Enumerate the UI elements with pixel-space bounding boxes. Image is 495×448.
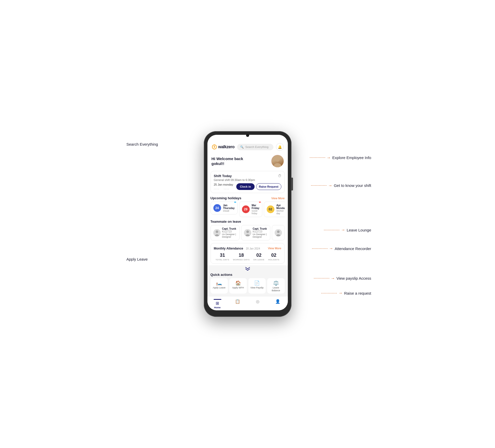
shift-card: Shift Today ⏱ General shift 09:30am to 6…	[211, 171, 285, 193]
holiday-dot-2	[259, 202, 261, 203]
holiday-info-3: Apr Monday Worker day	[276, 204, 285, 215]
right-annotations: → Explore Employee Info → Get to know yo…	[304, 131, 371, 317]
home-icon: ⊞	[216, 301, 219, 306]
bell-icon: 🔔	[278, 145, 282, 149]
teammate-name-1: Capt. Trunk KI12723	[222, 227, 237, 233]
holiday-name-1: Diwali	[223, 210, 235, 212]
arrow-line-2	[311, 185, 326, 186]
phone-device: walkzero 🔍 Search Everything 🔔 Hi Welcom…	[204, 131, 291, 317]
holidays-title: Upcoming holidays	[211, 196, 241, 200]
teammates-row: Capt. Trunk KI12723 Ux Designer | Design…	[211, 225, 285, 240]
shift-schedule: General shift 09:30am to 6:30pm	[214, 178, 281, 181]
holidays-view-more[interactable]: View More	[271, 197, 285, 200]
svg-point-12	[277, 230, 280, 233]
shift-date: 25 Jan monday	[214, 183, 233, 186]
logo: walkzero	[212, 144, 235, 150]
holiday-badge-2: 29	[242, 205, 250, 213]
teammate-avatar-svg-3	[275, 229, 282, 236]
teammate-card-2: Capt. Trunk KI12723 Ux Designer | Design…	[241, 225, 270, 240]
holiday-badge-3: 02	[267, 205, 274, 213]
shift-date-info: 25 Jan monday ---- ----	[214, 183, 233, 190]
stat-on-leave-num: 02	[253, 253, 264, 258]
attendance-stats: 31 TOTAL DAYS 18 WORKED DAYS 02 ON LEAVE	[214, 253, 281, 261]
holiday-item-3: 02 Apr Monday Worker day	[264, 202, 285, 217]
holiday-card-1: 24 Jan Thursday Diwali	[211, 202, 238, 214]
holiday-card-3: 02 Apr Monday Worker day	[264, 202, 285, 217]
quick-action-view-payslip[interactable]: 📄 View Payslip	[248, 278, 266, 294]
annotation-apply-leave: Apply Leave	[127, 257, 148, 261]
annotation-employee-info-text: Explore Employee Info	[332, 155, 371, 160]
teammate-info-2: Capt. Trunk KI12723 Ux Designer | Design…	[253, 227, 267, 238]
annotation-attendance-text: Attendance Recorder	[335, 246, 371, 251]
dash-1: ----	[214, 187, 220, 190]
apply-wfh-icon: 🏠	[235, 281, 241, 285]
phone-side-button	[291, 178, 293, 190]
nav-analytics[interactable]: ◎	[248, 299, 268, 309]
teammates-header: Teammate on leave	[211, 220, 285, 223]
attendance-view-more[interactable]: View More	[268, 247, 281, 250]
leave-balance-label: Leave Balance	[269, 286, 283, 292]
nav-profile[interactable]: 👤	[268, 299, 288, 309]
teammate-name-2: Capt. Trunk KI12723	[253, 227, 267, 233]
view-payslip-icon: 📄	[254, 281, 260, 285]
arrow-line-3	[324, 230, 339, 230]
avatar-svg	[271, 155, 284, 167]
avatar[interactable]	[271, 155, 284, 167]
arrow-line-1	[310, 157, 325, 158]
arrow-2: →	[328, 183, 332, 188]
holiday-name-2: Good friday	[252, 210, 259, 215]
annotation-search-text: Search Everything	[127, 142, 158, 146]
apply-wfh-label: Apply WFH	[232, 286, 244, 289]
quick-action-apply-wfh[interactable]: 🏠 Apply WFH	[229, 278, 247, 294]
quick-action-apply-leave[interactable]: 🛏️ Apply Leave	[211, 278, 228, 294]
profile-icon: 👤	[275, 299, 280, 304]
search-icon: 🔍	[240, 145, 244, 149]
teammates-section: Teammate on leave	[207, 219, 288, 242]
stat-worked-days: 18 WORKED DAYS	[233, 253, 250, 261]
attendance-title: Monthly Attendance	[214, 247, 243, 250]
avatar-image	[271, 155, 284, 167]
holiday-day-3: Apr Monday	[276, 204, 285, 210]
quick-actions-section: Quick actions 🛏️ Apply Leave 🏠 Apply WFH	[207, 265, 288, 296]
app-content: walkzero 🔍 Search Everything 🔔 Hi Welcom…	[207, 135, 288, 310]
teammate-avatar-svg-1	[213, 229, 221, 236]
main-scene: Search Everything Apply Leave	[124, 131, 371, 317]
holidays-section: Upcoming holidays View More 24 Jan Thurs…	[207, 195, 288, 219]
holiday-badge-1: 24	[213, 204, 221, 212]
quick-actions-title: Quick actions	[211, 273, 232, 277]
search-bar[interactable]: 🔍 Search Everything	[237, 144, 273, 150]
holiday-info-2: Mar Friday Good friday	[252, 204, 259, 215]
logo-text: walkzero	[218, 145, 235, 149]
stat-total-days-num: 31	[216, 253, 229, 258]
chevron-down-icon	[211, 267, 285, 272]
notification-button[interactable]: 🔔	[276, 143, 284, 151]
svg-point-1	[214, 146, 215, 148]
leave-balance-icon: ⚖️	[273, 281, 279, 285]
arrow-1: →	[327, 155, 331, 160]
quick-action-leave-balance[interactable]: ⚖️ Leave Balance	[267, 278, 285, 294]
attendance-date: 20 Jan 2024	[246, 247, 260, 250]
annotation-raise-request-text: Raise a request	[344, 291, 371, 295]
apply-leave-label: Apply Leave	[213, 286, 225, 289]
home-label: Home	[214, 306, 221, 309]
annotation-shift-text: Get to know your shift	[334, 183, 371, 188]
arrow-6: →	[338, 291, 342, 295]
dashes-row: ---- ----	[214, 187, 233, 190]
stat-total-days: 31 TOTAL DAYS	[216, 253, 229, 261]
annotation-apply-leave-text: Apply Leave	[127, 257, 148, 261]
clock-in-button[interactable]: Clock in	[236, 183, 255, 190]
annotation-payslip: → View payslip Access	[314, 276, 371, 281]
apply-leave-icon: 🛏️	[216, 281, 222, 285]
welcome-section: Hi Welcome back gokul!!	[207, 153, 288, 170]
stat-worked-days-label: WORKED DAYS	[233, 259, 250, 261]
nav-active-indicator	[214, 299, 221, 300]
annotation-employee-info: → Explore Employee Info	[310, 155, 371, 160]
analytics-icon: ◎	[256, 299, 259, 304]
nav-home[interactable]: ⊞ Home	[207, 299, 228, 309]
nav-tasks[interactable]: 📋	[228, 299, 248, 309]
raise-request-button[interactable]: Raise Request	[256, 183, 281, 190]
holiday-card-2: 29 Mar Friday Good friday	[239, 202, 262, 217]
annotation-payslip-text: View payslip Access	[337, 276, 371, 280]
stat-total-days-label: TOTAL DAYS	[216, 259, 229, 261]
teammate-avatar-3	[275, 229, 282, 236]
